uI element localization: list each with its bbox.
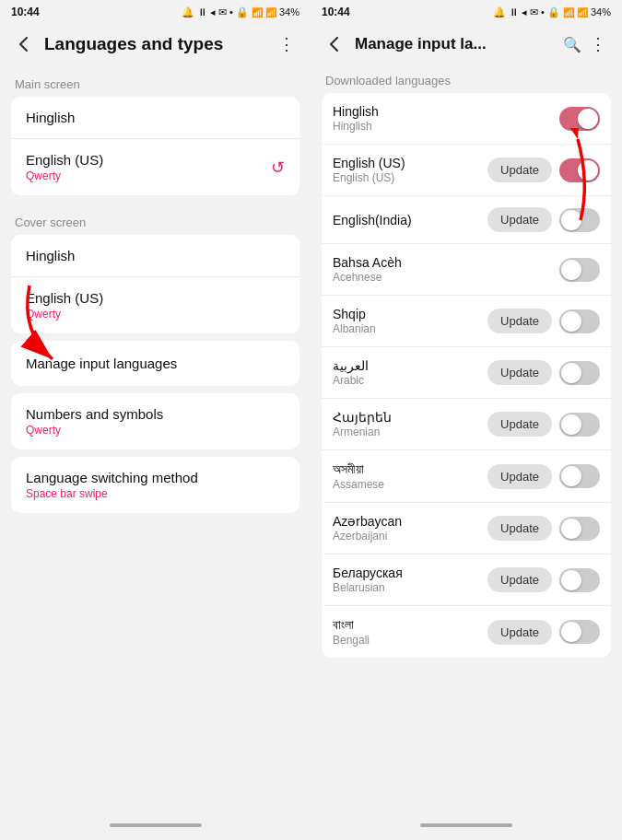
shqip-update-button[interactable]: Update (487, 309, 552, 333)
armenian-toggle[interactable] (559, 413, 600, 437)
lang-arabic[interactable]: العربية Arabic Update (322, 347, 611, 399)
arabic-text: العربية Arabic (333, 358, 487, 387)
list-item-hinglish-cover[interactable]: Hinglish (11, 235, 299, 277)
lang-bengali[interactable]: বাংলা Bengali Update (322, 606, 611, 658)
english-india-toggle-knob (561, 210, 581, 230)
belarusian-toggle-knob (561, 570, 581, 590)
belarusian-text: Беларуская Belarusian (333, 566, 487, 594)
english-india-title: English(India) (333, 213, 487, 228)
hinglish-title: Hinglish (333, 104, 559, 119)
bengali-toggle-knob (561, 622, 581, 642)
hinglish-text: Hinglish Hinglish (333, 104, 559, 133)
lang-belarusian[interactable]: Беларуская Belarusian Update (322, 554, 611, 606)
lang-armenian[interactable]: Հայերեն Armenian Update (322, 399, 611, 450)
arabic-subtitle: Arabic (333, 374, 487, 387)
assamese-update-button[interactable]: Update (487, 464, 552, 489)
numbers-symbols-subtitle: Qwerty (26, 424, 285, 437)
left-top-bar: Languages and types ⋮ (0, 24, 311, 64)
bahsa-aceh-toggle[interactable] (559, 258, 600, 282)
shqip-toggle-knob (561, 311, 581, 332)
right-more-button[interactable]: ⋮ (585, 31, 611, 57)
refresh-icon[interactable]: ↺ (271, 158, 285, 178)
assamese-title: অসমীয়া (333, 461, 487, 477)
right-status-icons: 🔔 ⏸ ◂ ✉ • 🔒 📶 📶 34% (493, 6, 611, 18)
english-india-update-button[interactable]: Update (487, 207, 552, 232)
list-item-hinglish-main[interactable]: Hinglish (11, 97, 299, 139)
english-us-right-title: English (US) (333, 156, 487, 170)
left-status-icons: 🔔 ⏸ ◂ ✉ • 🔒 📶 📶 34% (182, 6, 299, 18)
language-switching-subtitle: Space bar swipe (26, 487, 285, 500)
shqip-title: Shqip (333, 307, 487, 321)
assamese-text: অসমীয়া Assamese (333, 461, 487, 491)
azerbaijani-update-button[interactable]: Update (487, 516, 552, 541)
right-panel: 10:44 🔔 ⏸ ◂ ✉ • 🔒 📶 📶 34% Manage input l… (311, 0, 622, 840)
azerbaijani-subtitle: Azerbaijani (333, 530, 487, 542)
bahsa-aceh-toggle-knob (561, 260, 581, 280)
left-more-button[interactable]: ⋮ (274, 31, 299, 57)
arabic-toggle[interactable] (559, 361, 600, 385)
english-us-main-subtitle: Qwerty (26, 169, 103, 182)
main-screen-label: Main screen (0, 64, 311, 97)
hinglish-main-title: Hinglish (26, 110, 75, 125)
hinglish-cover-title: Hinglish (26, 248, 75, 263)
armenian-subtitle: Armenian (333, 426, 487, 438)
cover-screen-label: Cover screen (0, 203, 311, 235)
azerbaijani-text: Azərbaycan Azerbaijani (333, 514, 487, 542)
right-screen-title: Manage input la... (355, 35, 559, 53)
assamese-toggle-knob (561, 466, 581, 486)
arabic-update-button[interactable]: Update (487, 360, 552, 385)
arabic-title: العربية (333, 358, 487, 373)
armenian-text: Հայերեն Armenian (333, 410, 487, 438)
lang-shqip[interactable]: Shqip Albanian Update (322, 296, 611, 347)
cover-screen-group: Hinglish English (US) Qwerty (11, 235, 299, 333)
bahsa-aceh-title: Bahsa Acèh (333, 255, 559, 270)
lang-english-us[interactable]: English (US) English (US) Update (322, 145, 611, 196)
belarusian-update-button[interactable]: Update (487, 567, 552, 592)
assamese-toggle[interactable] (559, 464, 600, 488)
bahsa-aceh-subtitle: Acehnese (333, 271, 559, 284)
right-top-bar: Manage input la... 🔍 ⋮ (311, 24, 622, 64)
bengali-toggle[interactable] (559, 620, 600, 644)
azerbaijani-toggle[interactable] (559, 517, 600, 541)
lang-bahsa-aceh[interactable]: Bahsa Acèh Acehnese (322, 244, 611, 296)
lang-assamese[interactable]: অসমীয়া Assamese Update (322, 450, 611, 503)
lang-hinglish[interactable]: Hinglish Hinglish (322, 93, 611, 145)
lang-azerbaijani[interactable]: Azərbaycan Azerbaijani Update (322, 503, 611, 554)
english-us-toggle[interactable] (559, 158, 600, 182)
list-item-english-us-cover[interactable]: English (US) Qwerty (11, 277, 299, 333)
lang-english-india[interactable]: English(India) Update (322, 196, 611, 244)
left-panel: 10:44 🔔 ⏸ ◂ ✉ • 🔒 📶 📶 34% Languages and … (0, 0, 311, 840)
hinglish-toggle[interactable] (559, 107, 600, 131)
left-screen-title: Languages and types (44, 34, 274, 54)
left-back-button[interactable] (11, 31, 37, 57)
numbers-symbols-item[interactable]: Numbers and symbols Qwerty (11, 393, 299, 449)
english-india-toggle[interactable] (559, 208, 600, 232)
main-screen-group: Hinglish English (US) Qwerty ↺ (11, 97, 299, 195)
right-search-button[interactable]: 🔍 (559, 31, 585, 57)
language-switching-item[interactable]: Language switching method Space bar swip… (11, 457, 299, 513)
right-back-button[interactable] (322, 31, 347, 57)
english-us-main-title: English (US) (26, 152, 103, 168)
english-us-cover-title: English (US) (26, 290, 103, 306)
language-switching-title: Language switching method (26, 470, 285, 485)
belarusian-subtitle: Belarusian (333, 581, 487, 594)
downloaded-languages-label: Downloaded languages (322, 64, 611, 93)
azerbaijani-toggle-knob (561, 519, 581, 539)
english-us-update-button[interactable]: Update (487, 158, 552, 182)
azerbaijani-title: Azərbaycan (333, 514, 487, 529)
manage-input-languages-item[interactable]: Manage input languages (11, 341, 299, 386)
hinglish-toggle-knob (578, 109, 598, 129)
left-status-time: 10:44 (11, 6, 40, 18)
belarusian-toggle[interactable] (559, 568, 600, 592)
armenian-update-button[interactable]: Update (487, 412, 552, 437)
arabic-toggle-knob (561, 363, 581, 383)
manage-input-languages-title: Manage input languages (26, 356, 285, 371)
list-item-english-us-main[interactable]: English (US) Qwerty ↺ (11, 139, 299, 195)
left-nav-bar (0, 814, 311, 840)
bengali-update-button[interactable]: Update (487, 620, 552, 645)
bahsa-aceh-text: Bahsa Acèh Acehnese (333, 255, 559, 284)
assamese-subtitle: Assamese (333, 478, 487, 491)
shqip-toggle[interactable] (559, 309, 600, 333)
right-status-time: 10:44 (322, 6, 350, 18)
english-us-right-subtitle: English (US) (333, 171, 487, 184)
